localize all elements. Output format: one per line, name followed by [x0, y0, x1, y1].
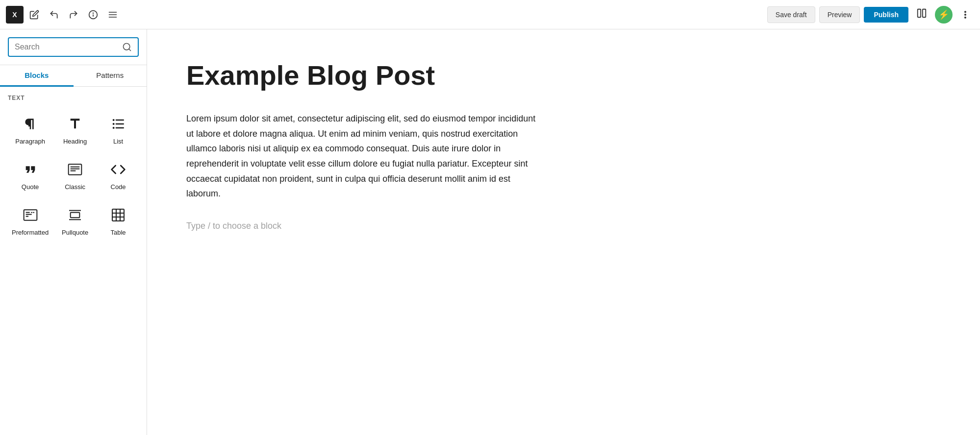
block-quote-label: Quote [22, 183, 39, 191]
block-paragraph-label: Paragraph [15, 138, 45, 145]
svg-rect-19 [69, 164, 82, 174]
blocks-content: TEXT Paragraph [0, 87, 147, 435]
block-item-paragraph[interactable]: Paragraph [8, 107, 52, 151]
post-title[interactable]: Example Blog Post [186, 59, 941, 92]
block-item-quote[interactable]: Quote [8, 153, 52, 196]
block-item-heading[interactable]: Heading [54, 107, 96, 151]
block-classic-label: Classic [65, 183, 85, 191]
sidebar: Blocks Patterns TEXT Paragraph [0, 29, 147, 435]
toolbar-right: Save draft Preview Publish ⚡ [767, 4, 974, 25]
tab-patterns[interactable]: Patterns [74, 65, 147, 87]
preformatted-icon [22, 206, 39, 224]
blocks-grid: Paragraph Heading [8, 107, 139, 242]
block-preformatted-label: Preformatted [12, 229, 49, 236]
block-table-label: Table [111, 229, 126, 236]
undo-icon [49, 10, 59, 20]
svg-rect-30 [71, 213, 80, 218]
toolbar-left: X [6, 6, 765, 24]
block-item-pullquote[interactable]: Pullquote [54, 198, 96, 242]
svg-rect-31 [112, 209, 124, 221]
svg-point-10 [965, 17, 966, 18]
editor-area[interactable]: Example Blog Post Lorem ipsum dolor sit … [147, 29, 980, 435]
type-prompt[interactable]: Type / to choose a block [186, 221, 941, 231]
section-text-label: TEXT [8, 95, 139, 101]
more-options-icon [960, 10, 970, 20]
block-pullquote-label: Pullquote [62, 229, 88, 236]
svg-rect-6 [918, 9, 921, 18]
block-code-label: Code [111, 183, 126, 191]
save-draft-button[interactable]: Save draft [767, 6, 815, 23]
search-input[interactable] [15, 43, 118, 51]
tabs: Blocks Patterns [0, 65, 147, 87]
svg-rect-7 [923, 9, 926, 18]
quote-icon [22, 161, 39, 178]
block-item-preformatted[interactable]: Preformatted [8, 198, 52, 242]
list-view-button[interactable] [104, 6, 122, 24]
block-item-classic[interactable]: Classic [54, 153, 96, 196]
post-content[interactable]: Lorem ipsum dolor sit amet, consectetur … [186, 111, 539, 201]
avatar-icon: ⚡ [938, 9, 949, 20]
list-view-icon [108, 10, 118, 20]
block-item-table[interactable]: Table [98, 198, 139, 242]
block-inserter-button[interactable]: X [6, 6, 24, 24]
pen-icon [29, 10, 39, 20]
svg-rect-23 [24, 210, 37, 220]
user-avatar-button[interactable]: ⚡ [935, 6, 953, 24]
publish-button[interactable]: Publish [864, 7, 908, 23]
svg-point-8 [965, 11, 966, 12]
code-icon [109, 161, 127, 178]
info-button[interactable] [84, 6, 102, 24]
main-layout: Blocks Patterns TEXT Paragraph [0, 29, 980, 435]
preview-button[interactable]: Preview [819, 6, 860, 23]
edit-pen-button[interactable] [25, 6, 43, 24]
heading-icon [66, 115, 84, 133]
block-item-list[interactable]: List [98, 107, 139, 151]
svg-point-9 [965, 14, 966, 15]
classic-icon [66, 161, 84, 178]
paragraph-icon [22, 115, 39, 133]
list-icon [109, 115, 127, 133]
redo-icon [69, 10, 78, 20]
search-icon [122, 42, 132, 52]
redo-button[interactable] [65, 6, 82, 24]
search-box [0, 29, 147, 65]
undo-button[interactable] [45, 6, 63, 24]
more-options-button[interactable] [956, 6, 974, 24]
table-icon [109, 206, 127, 224]
block-heading-label: Heading [63, 138, 87, 145]
toolbar: X [0, 0, 980, 29]
info-icon [88, 10, 98, 20]
tab-blocks[interactable]: Blocks [0, 65, 74, 87]
view-toggle-button[interactable] [912, 4, 931, 25]
block-list-label: List [113, 138, 123, 145]
view-toggle-icon [916, 8, 927, 19]
pullquote-icon [66, 206, 84, 224]
svg-line-12 [129, 49, 131, 51]
block-item-code[interactable]: Code [98, 153, 139, 196]
search-input-wrapper [8, 37, 139, 57]
